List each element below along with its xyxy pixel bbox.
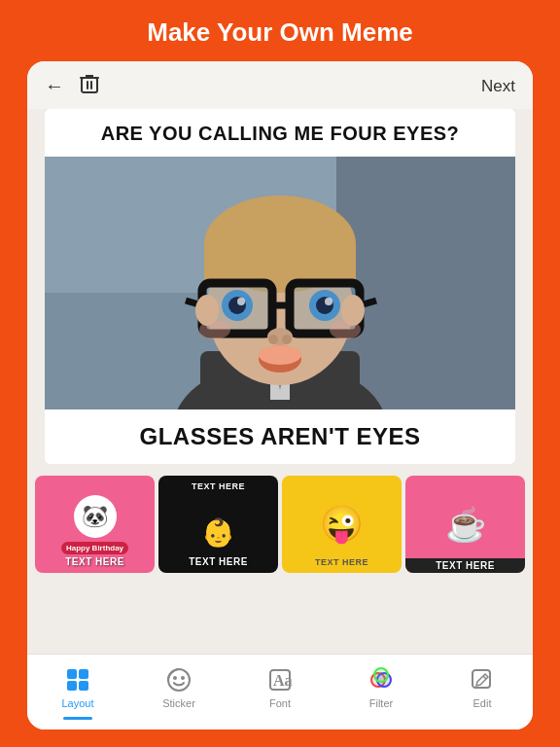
nav-edit[interactable]: Edit [432, 662, 533, 724]
nav-font[interactable]: Aa Font [229, 662, 331, 724]
templates-row: 🐼 Happy Birthday TEXT HERE TEXT HERE 👶 T… [27, 472, 533, 581]
svg-point-19 [237, 298, 245, 305]
phone-frame: ← Next ARE YOU CALLING ME FOUR EYES? [27, 61, 533, 729]
panda-sticker: 🐼 [74, 495, 117, 538]
nav-sticker-label: Sticker [162, 697, 195, 709]
svg-point-24 [268, 335, 278, 344]
template-4-text: TEXT HERE [405, 558, 525, 573]
svg-point-30 [195, 295, 219, 326]
nav-font-label: Font [269, 697, 291, 709]
svg-rect-0 [82, 78, 97, 92]
template-1-text: TEXT HERE [35, 556, 155, 567]
svg-rect-34 [67, 681, 77, 691]
svg-point-43 [374, 668, 388, 682]
svg-rect-11 [204, 244, 356, 283]
svg-text:Aa: Aa [273, 672, 293, 689]
baby-sticker: 👶 [201, 516, 235, 549]
trash-button[interactable] [80, 73, 99, 99]
svg-point-25 [282, 335, 292, 344]
birthday-badge: Happy Birthday [61, 542, 128, 554]
nav-active-indicator [63, 717, 92, 720]
nav-filter[interactable]: Filter [331, 662, 432, 724]
meme-image[interactable] [45, 157, 515, 409]
meme-top-text[interactable]: ARE YOU CALLING ME FOUR EYES? [45, 109, 515, 157]
svg-point-27 [259, 345, 301, 365]
bottom-nav: Layout Sticker Aa Font [27, 654, 533, 729]
svg-rect-33 [79, 669, 88, 679]
filter-icon [368, 666, 395, 694]
template-1[interactable]: 🐼 Happy Birthday TEXT HERE [35, 476, 155, 573]
nav-filter-label: Filter [369, 697, 393, 709]
svg-rect-3 [336, 157, 515, 409]
next-button[interactable]: Next [481, 77, 515, 96]
app-title-bar: Make Your Own Meme [147, 0, 413, 61]
svg-point-38 [181, 676, 185, 680]
meme-bottom-text[interactable]: GLASSES AREN'T EYES [45, 409, 515, 464]
nav-layout-label: Layout [61, 697, 93, 709]
template-2-bottom-text: TEXT HERE [158, 556, 278, 567]
svg-point-31 [341, 295, 365, 326]
font-icon: Aa [266, 666, 294, 694]
app-title: Make Your Own Meme [147, 0, 413, 61]
svg-point-22 [325, 298, 332, 305]
sticker-icon [165, 666, 192, 694]
svg-rect-32 [67, 669, 77, 679]
top-bar: ← Next [27, 61, 533, 109]
back-button[interactable]: ← [45, 75, 64, 97]
nav-layout[interactable]: Layout [27, 662, 128, 724]
layout-icon [64, 666, 91, 694]
nav-edit-label: Edit [473, 697, 492, 709]
edit-icon [469, 666, 496, 694]
template-3-text: TEXT HERE [282, 557, 402, 567]
svg-point-37 [173, 676, 177, 680]
teacup-sticker: ☕ [445, 505, 486, 544]
svg-rect-35 [79, 681, 88, 691]
template-2[interactable]: TEXT HERE 👶 TEXT HERE [158, 476, 278, 573]
meme-photo [45, 157, 515, 409]
template-4[interactable]: ☕ TEXT HERE [405, 476, 525, 573]
meme-canvas: ARE YOU CALLING ME FOUR EYES? [45, 109, 515, 464]
emoji-sticker: 😜 [320, 504, 364, 545]
template-3[interactable]: 😜 TEXT HERE [282, 476, 402, 573]
template-2-top-text: TEXT HERE [158, 481, 278, 491]
top-bar-left: ← [45, 73, 99, 99]
nav-sticker[interactable]: Sticker [128, 662, 229, 724]
